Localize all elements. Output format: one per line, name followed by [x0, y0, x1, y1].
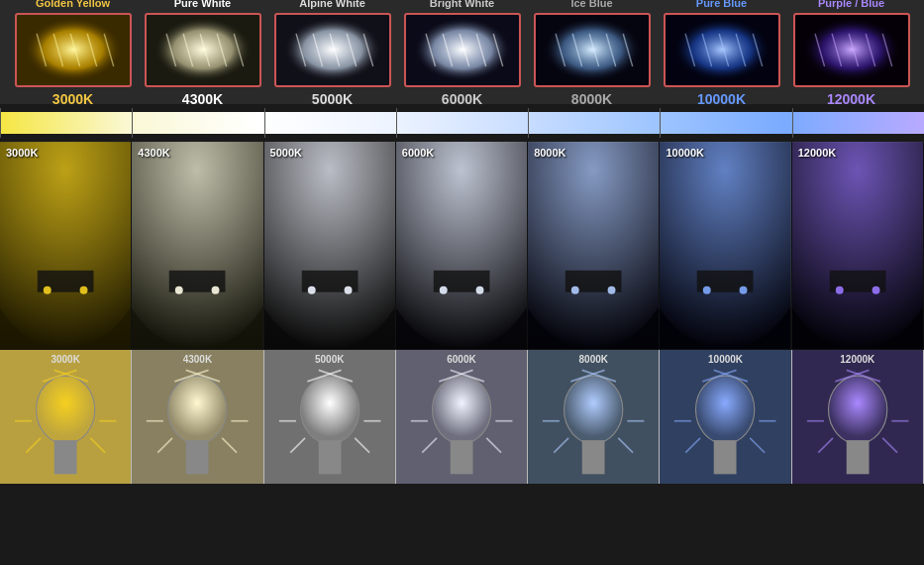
svg-point-15 [283, 18, 380, 81]
bulb-image-area-4 [530, 367, 657, 480]
svg-line-99 [223, 438, 238, 453]
svg-point-72 [571, 286, 579, 294]
gradient-bar [0, 112, 924, 134]
svg-line-90 [26, 438, 41, 453]
bulb-box-golden-yellow [15, 13, 132, 87]
svg-rect-93 [186, 440, 209, 474]
svg-point-132 [828, 376, 886, 443]
color-label-alpine-white: Alpine White [299, 0, 365, 9]
road-temp-label-4: 8000K [534, 147, 565, 159]
svg-line-131 [751, 438, 766, 453]
svg-line-138 [818, 438, 833, 453]
svg-point-68 [475, 286, 483, 294]
bulb-image-area-2 [266, 367, 393, 480]
svg-point-78 [740, 286, 748, 294]
color-label-bright-white: Bright White [430, 0, 494, 9]
color-label-golden-yellow: Golden Yellow [36, 0, 110, 9]
bulb-image-area-6 [794, 367, 921, 480]
color-label-pure-white: Pure White [174, 0, 231, 9]
gradient-tick-0 [0, 108, 1, 138]
gradient-tick-6 [792, 108, 793, 138]
gradient-tick-3 [396, 108, 397, 138]
bulb-box-ice-blue [534, 13, 651, 87]
road-section: 3000K4300K5000K6000K8000K10000K12000K [0, 142, 924, 350]
bulb-item-3: 6000K [396, 350, 528, 484]
svg-point-75 [660, 142, 790, 349]
svg-point-60 [264, 142, 395, 349]
road-item-5: 10000K [660, 142, 791, 350]
svg-point-83 [872, 286, 879, 294]
bulb-temp-label-6: 12000K [840, 354, 874, 365]
bulb-box-purple-blue [793, 13, 910, 87]
bulb-temp-label-3: 6000K [447, 354, 475, 365]
top-item-alpine-white: Alpine White5000K [274, 0, 391, 107]
svg-rect-125 [714, 440, 737, 474]
svg-point-57 [175, 286, 183, 294]
bulb-image-area-3 [398, 367, 525, 480]
svg-rect-109 [451, 440, 473, 474]
svg-point-8 [154, 18, 251, 81]
svg-line-107 [355, 438, 369, 453]
svg-line-98 [158, 438, 173, 453]
gradient-section [0, 104, 924, 142]
road-temp-label-6: 12000K [798, 147, 837, 159]
top-item-bright-white: Bright White6000K [404, 0, 521, 107]
svg-point-43 [802, 18, 899, 81]
road-temp-label-1: 4300K [138, 147, 169, 159]
bulb-item-4: 8000K [528, 350, 660, 484]
svg-point-70 [528, 142, 659, 349]
svg-point-52 [44, 286, 51, 294]
color-label-pure-blue: Pure Blue [696, 0, 747, 9]
road-temp-label-3: 6000K [402, 147, 434, 159]
svg-point-124 [696, 376, 755, 443]
top-item-purple-blue: Purple / Blue12000K [793, 0, 910, 107]
top-item-golden-yellow: Golden Yellow3000K [15, 0, 132, 107]
svg-point-80 [792, 142, 923, 349]
bulb-item-5: 10000K [660, 350, 791, 484]
svg-point-84 [37, 376, 95, 443]
svg-line-91 [90, 438, 105, 453]
svg-point-58 [212, 286, 220, 294]
road-item-4: 8000K [528, 142, 660, 350]
bulb-box-bright-white [404, 13, 521, 87]
bulb-temp-label-2: 5000K [315, 354, 344, 365]
bulb-item-1: 4300K [132, 350, 263, 484]
gradient-tick-5 [660, 108, 661, 138]
bulb-temp-label-1: 4300K [183, 354, 212, 365]
gradient-tick-4 [528, 108, 529, 138]
bulb-item-6: 12000K [792, 350, 924, 484]
gradient-tick-2 [264, 108, 265, 138]
road-temp-label-0: 3000K [6, 147, 38, 159]
svg-point-67 [440, 286, 448, 294]
bulb-item-2: 5000K [264, 350, 396, 484]
svg-point-1 [24, 18, 121, 81]
svg-rect-101 [318, 440, 341, 474]
svg-line-123 [618, 438, 633, 453]
svg-line-130 [686, 438, 701, 453]
svg-point-116 [565, 376, 623, 443]
svg-point-36 [672, 18, 770, 81]
bulb-temp-label-5: 10000K [708, 354, 743, 365]
bulb-section: 3000K4300K5000K6000K8000K10000K12000K [0, 350, 924, 484]
svg-point-55 [132, 142, 262, 349]
top-section: Golden Yellow3000KPure White4300KAlpine … [0, 0, 924, 104]
svg-line-114 [422, 438, 437, 453]
road-item-6: 12000K [792, 142, 924, 350]
svg-rect-117 [582, 440, 605, 474]
svg-line-122 [554, 438, 568, 453]
road-temp-label-2: 5000K [270, 147, 302, 159]
top-item-pure-blue: Pure Blue10000K [664, 0, 780, 107]
bulb-box-pure-white [145, 13, 261, 87]
gradient-tick-1 [132, 108, 133, 138]
svg-point-73 [608, 286, 616, 294]
bulb-box-pure-blue [664, 13, 780, 87]
top-item-ice-blue: Ice Blue8000K [534, 0, 651, 107]
road-item-0: 3000K [0, 142, 132, 350]
svg-line-139 [882, 438, 897, 453]
top-item-pure-white: Pure White4300K [145, 0, 261, 107]
bulb-temp-label-4: 8000K [579, 354, 608, 365]
bulb-item-0: 3000K [0, 350, 132, 484]
svg-point-22 [413, 18, 510, 81]
svg-rect-85 [54, 440, 77, 474]
svg-line-106 [290, 438, 305, 453]
